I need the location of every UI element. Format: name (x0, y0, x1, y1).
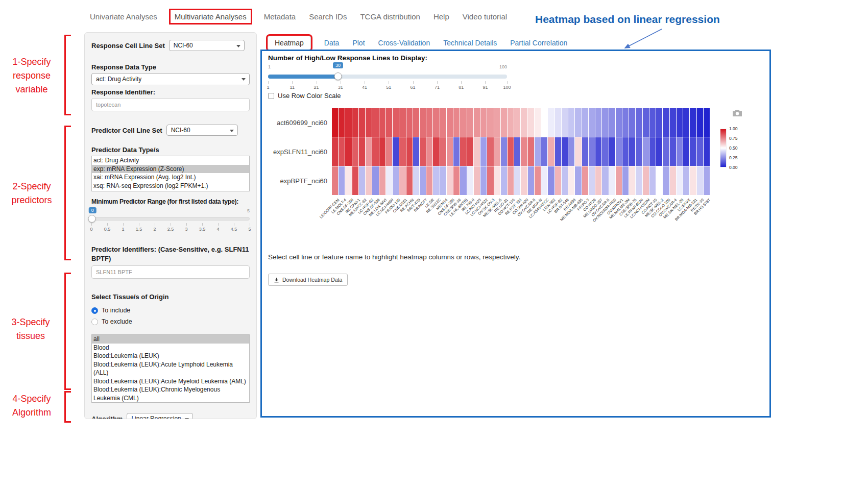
heatmap-cell[interactable] (433, 166, 439, 195)
heatmap-cell[interactable] (474, 166, 480, 195)
heatmap-cell[interactable] (379, 166, 385, 195)
algorithm-select[interactable]: Linear Regression (127, 413, 193, 419)
heatmap-cell[interactable] (413, 137, 419, 166)
option-blood[interactable]: Blood (92, 344, 249, 352)
camera-icon[interactable] (732, 109, 742, 117)
heatmap-cell[interactable] (494, 108, 500, 137)
heatmap-cell[interactable] (622, 137, 629, 166)
heatmap-cell[interactable] (474, 137, 480, 166)
heatmap-cell[interactable] (595, 108, 601, 137)
heatmap-cell[interactable] (636, 108, 642, 137)
heatmap-cell[interactable] (474, 108, 480, 137)
heatmap-cell[interactable] (366, 166, 372, 195)
heatmap-cell[interactable] (352, 166, 358, 195)
heatmap-cell[interactable] (460, 108, 466, 137)
heatmap-cell[interactable] (643, 137, 649, 166)
heatmap-cell[interactable] (514, 137, 520, 166)
heatmap-cell[interactable] (643, 108, 649, 137)
heatmap-cell[interactable] (514, 166, 520, 195)
heatmap-cell[interactable] (467, 166, 473, 195)
nav-item-video-tutorial[interactable]: Video tutorial (463, 12, 507, 21)
heatmap-cell[interactable] (508, 137, 514, 166)
heatmap-cell[interactable] (521, 137, 527, 166)
heatmap-cell[interactable] (399, 108, 405, 137)
heatmap-cell[interactable] (332, 108, 338, 137)
heatmap-cell[interactable] (656, 108, 662, 137)
heatmap-cell[interactable] (352, 137, 358, 166)
download-heatmap-button[interactable]: Download Heatmap Data (268, 274, 348, 286)
heatmap-cell[interactable] (656, 137, 662, 166)
heatmap-cell[interactable] (366, 137, 372, 166)
heatmap-cell[interactable] (677, 108, 683, 137)
heatmap-cell[interactable] (589, 108, 595, 137)
heatmap-cell[interactable] (697, 137, 703, 166)
heatmap-cell[interactable] (562, 108, 568, 137)
min-slider-track[interactable] (91, 217, 250, 221)
heatmap-cell[interactable] (339, 108, 345, 137)
heatmap-cell[interactable] (467, 108, 473, 137)
heatmap-cell[interactable] (670, 137, 676, 166)
heatmap-cell[interactable] (379, 137, 385, 166)
heatmap-cell[interactable] (616, 108, 622, 137)
heatmap-cell[interactable] (487, 137, 493, 166)
heatmap-cell[interactable] (629, 108, 635, 137)
heatmap-cell[interactable] (683, 137, 689, 166)
heatmap-cell[interactable] (413, 108, 419, 137)
heatmap-cell[interactable] (704, 108, 710, 137)
heatmap-cell[interactable] (359, 108, 365, 137)
heatmap-cell[interactable] (453, 166, 460, 195)
heatmap-cell[interactable] (602, 137, 608, 166)
heatmap-cell[interactable] (541, 137, 547, 166)
heatmap-cell[interactable] (616, 137, 622, 166)
heatmap-cell[interactable] (501, 137, 507, 166)
heatmap-cell[interactable] (568, 137, 574, 166)
heatmap-cell[interactable] (521, 166, 527, 195)
tissue-listbox[interactable]: allBloodBlood:Leukemia (LEUK)Blood:Leuke… (91, 334, 250, 403)
heatmap-cell[interactable] (487, 108, 493, 137)
heatmap-cell[interactable] (616, 166, 622, 195)
heatmap-cell[interactable] (345, 108, 351, 137)
heatmap-cell[interactable] (535, 108, 541, 137)
heatmap-cell[interactable] (426, 137, 432, 166)
option-blood-leukemia-leuk-acute-myeloid-leukemia-aml[interactable]: Blood:Leukemia (LEUK):Acute Myeloid Leuk… (92, 377, 249, 386)
heatmap-cell[interactable] (480, 108, 487, 137)
heatmap-cell[interactable] (413, 166, 419, 195)
heatmap-cell[interactable] (602, 166, 608, 195)
response-data-type-select[interactable]: act: Drug Activity (91, 73, 250, 85)
heatmap-cell[interactable] (609, 137, 615, 166)
heatmap-cell[interactable] (677, 137, 683, 166)
nav-item-univariate-analyses[interactable]: Univariate Analyses (90, 12, 157, 21)
heatmap-cell[interactable] (453, 137, 460, 166)
heatmap-cell[interactable] (420, 108, 426, 137)
heatmap-cell[interactable] (501, 166, 507, 195)
heatmap-cell[interactable] (649, 108, 656, 137)
heatmap-cell[interactable] (690, 166, 696, 195)
heatmap-cell[interactable] (406, 137, 413, 166)
heatmap-cell[interactable] (649, 137, 656, 166)
heatmap-cell[interactable] (514, 108, 520, 137)
heatmap-cell[interactable] (521, 108, 527, 137)
heatmap-cell[interactable] (555, 137, 561, 166)
heatmap-cell[interactable] (508, 166, 514, 195)
heatmap-cell[interactable] (677, 166, 683, 195)
predictor-cell-line-set-select[interactable]: NCI-60 (166, 125, 238, 136)
heatmap-cell[interactable] (501, 108, 507, 137)
heatmap-cell[interactable] (589, 166, 595, 195)
heatmap-cell[interactable] (440, 137, 446, 166)
heatmap-cell[interactable] (704, 166, 710, 195)
tab-technical-details[interactable]: Technical Details (443, 39, 497, 47)
heatmap-cell[interactable] (683, 108, 689, 137)
heatmap-cell[interactable] (535, 137, 541, 166)
heatmap-cell[interactable] (426, 166, 432, 195)
heatmap-cell[interactable] (339, 166, 345, 195)
heatmap-cell[interactable] (332, 166, 338, 195)
heatmap-cell[interactable] (379, 108, 385, 137)
heatmap-cell[interactable] (568, 108, 574, 137)
min-predictor-range-slider[interactable]: 0 5 00.511.522.533.544.55 (91, 214, 250, 240)
option-act-drug-activity[interactable]: act: Drug Activity (92, 156, 249, 165)
heatmap-row-label[interactable]: expSLFN11_nci60 (273, 148, 327, 156)
tab-data[interactable]: Data (324, 39, 340, 47)
heatmap-cell[interactable] (697, 166, 703, 195)
heatmap-cell[interactable] (582, 137, 588, 166)
heatmap-cell[interactable] (406, 108, 413, 137)
